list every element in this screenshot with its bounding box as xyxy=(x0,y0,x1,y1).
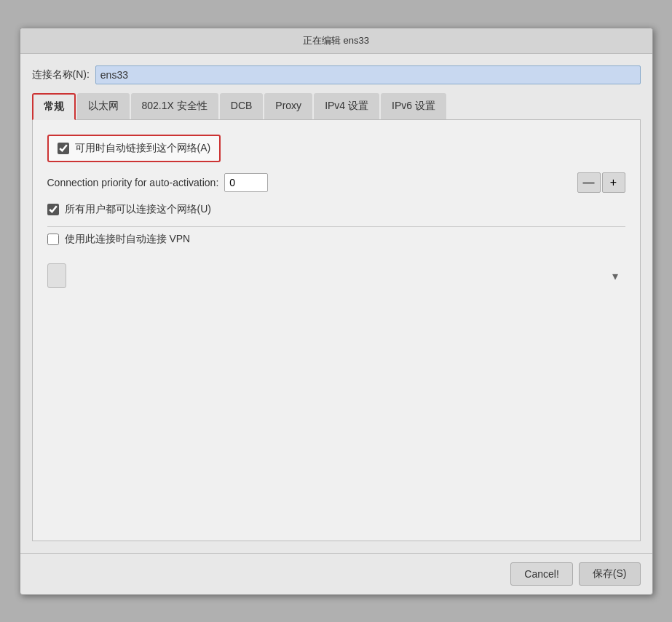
auto-connect-row: 可用时自动链接到这个网络(A) xyxy=(47,135,625,162)
dialog-titlebar: 正在编辑 ens33 xyxy=(20,28,652,54)
priority-buttons: — + xyxy=(576,172,625,193)
priority-minus-button[interactable]: — xyxy=(577,172,601,193)
tabs-container: 常规 以太网 802.1X 安全性 DCB Proxy IPv4 设置 IPv6… xyxy=(32,93,641,120)
tab-ethernet[interactable]: 以太网 xyxy=(77,93,130,119)
all-users-checkbox[interactable] xyxy=(47,204,59,215)
tab-dcb[interactable]: DCB xyxy=(220,93,264,119)
vpn-row: 使用此连接时自动连接 VPN xyxy=(47,233,625,288)
priority-plus-button[interactable]: + xyxy=(602,172,625,193)
priority-input[interactable] xyxy=(224,173,268,192)
all-users-label: 所有用户都可以连接这个网络(U) xyxy=(65,203,211,216)
main-dialog: 正在编辑 ens33 连接名称(N): 常规 以太网 802.1X 安全性 DC… xyxy=(20,28,653,595)
tab-proxy[interactable]: Proxy xyxy=(264,93,312,119)
dialog-title: 正在编辑 ens33 xyxy=(303,35,369,46)
save-button[interactable]: 保存(S) xyxy=(579,562,641,586)
vpn-dropdown[interactable] xyxy=(47,263,66,288)
connection-name-row: 连接名称(N): xyxy=(32,65,641,84)
cancel-button[interactable]: Cancel! xyxy=(510,562,572,586)
priority-label: Connection priority for auto-activation: xyxy=(47,177,219,188)
vpn-checkbox[interactable] xyxy=(47,234,59,245)
vpn-label: 使用此连接时自动连接 VPN xyxy=(65,233,191,246)
dialog-footer: Cancel! 保存(S) xyxy=(20,553,652,594)
priority-row: Connection priority for auto-activation:… xyxy=(47,172,625,193)
connection-name-label: 连接名称(N): xyxy=(32,68,90,81)
tab-ipv6[interactable]: IPv6 设置 xyxy=(381,93,446,119)
vpn-dropdown-row xyxy=(47,263,625,288)
tab-8021x[interactable]: 802.1X 安全性 xyxy=(131,93,218,119)
tab-general[interactable]: 常规 xyxy=(32,93,76,120)
separator xyxy=(47,226,625,227)
tab-panel-general: 可用时自动链接到这个网络(A) Connection priority for … xyxy=(32,120,641,541)
all-users-row: 所有用户都可以连接这个网络(U) xyxy=(47,203,625,216)
auto-connect-box: 可用时自动链接到这个网络(A) xyxy=(47,135,221,162)
vpn-checkbox-row: 使用此连接时自动连接 VPN xyxy=(47,233,625,246)
tab-ipv4[interactable]: IPv4 设置 xyxy=(314,93,379,119)
vpn-dropdown-wrapper xyxy=(47,263,625,288)
connection-name-input[interactable] xyxy=(95,65,641,84)
auto-connect-label: 可用时自动链接到这个网络(A) xyxy=(75,142,211,155)
auto-connect-checkbox[interactable] xyxy=(58,143,69,154)
dialog-content: 连接名称(N): 常规 以太网 802.1X 安全性 DCB Proxy IPv… xyxy=(20,54,652,553)
